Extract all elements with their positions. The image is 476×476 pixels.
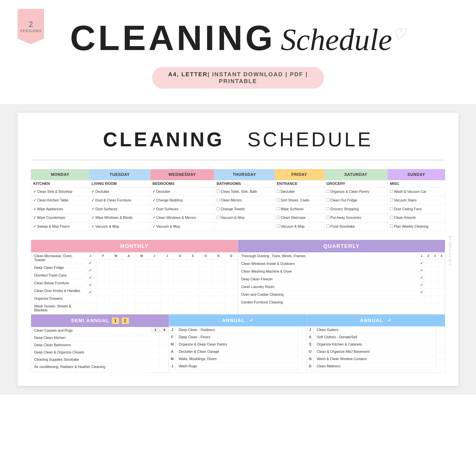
quarterly-row-2: ✓ [419, 267, 445, 274]
subtitle-badge-text: A4, LETTER| INSTANT DOWNLOAD | PDF | PRI… [165, 71, 311, 85]
thursday-task-2: Clean Mirrors [214, 196, 274, 205]
wednesday-task-5: ✓Vacuum & Mop [150, 222, 214, 231]
doc-card: CLEANING SCHEDULE MONDAY TUESDAY WEDNESD… [18, 113, 458, 386]
a1-month-A: A [169, 348, 175, 356]
semi-annual-row: SEMI ANNUAL 1 2 Clean Carpets and Rugs D… [31, 314, 445, 373]
sa-num-1: 1 [112, 318, 119, 324]
a1-task-6: Wash Rugs [176, 363, 298, 370]
monthly-quarterly-row: MONTHLY Clean Microwave, Oven, Toaster D… [31, 240, 445, 314]
monthly-grid-row-3: ✓ [84, 274, 238, 281]
sa-task-4: Deep Clean & Organize Closets [31, 349, 151, 356]
sa-check-row-3 [151, 346, 169, 353]
room-livingroom: LIVING ROOM [89, 180, 150, 187]
quarterly-tasks-col: Thorough Dusting - Fans, Blinds, Frames … [238, 252, 419, 310]
monthly-task-6: Organize Drawers [31, 295, 84, 303]
monthly-tasks-col: Clean Microwave, Oven, Toaster Deep Clea… [31, 252, 84, 314]
annual1-checkboxes [298, 326, 307, 370]
a1-month-F: F [169, 334, 175, 341]
quarterly-grid: 1 2 3 4 ✓ ✓ [419, 252, 445, 310]
q-col-2: 2 [425, 252, 432, 259]
monthly-task-4: Clean Below Furniture [31, 279, 84, 287]
sa-checkboxes: 1 2 [151, 327, 169, 373]
versions-banner: 2 VERSIONS [18, 9, 44, 44]
sa-task-1: Clean Carpets and Rugs [31, 327, 151, 334]
doc-title-cleaning: CLEANING [103, 128, 224, 151]
month-A: A [122, 252, 135, 259]
month-M2: M [135, 252, 148, 259]
main-title-schedule: Schedule♡ [281, 22, 406, 57]
room-misc: MISC [388, 180, 445, 187]
quarterly-row-5: ✓ [419, 289, 445, 296]
month-M: M [110, 252, 122, 259]
tuesday-task-4: ✓Wipe Windows & Blinds [89, 214, 150, 222]
subtitle-badge: A4, LETTER| INSTANT DOWNLOAD | PDF | PRI… [152, 67, 324, 89]
thursday-task-4: Vacuum & Mop [214, 214, 274, 222]
sa-task-6: Air conditioning, Radiator & Heather Cle… [31, 363, 151, 371]
monday-task-5: ✓Sweep & Mop Floors [31, 222, 89, 231]
annual2-months: J A S O N D [307, 326, 314, 370]
saturday-task-4: Put Away Groceries [324, 214, 388, 222]
versions-number: 2 [29, 20, 33, 29]
annual1-header: ANNUAL ✓ [169, 314, 307, 326]
monday-task-4: ✓Wipe Countertops [31, 214, 89, 222]
sa-check-row-6 [151, 366, 169, 373]
quarterly-row-6 [419, 296, 445, 303]
a1-task-4: Declutter & Clean Garage [176, 348, 298, 356]
monthly-task-3: Disinfect Trash Cans [31, 272, 84, 279]
top-section: 2 VERSIONS CLEANING Schedule♡ A4, LETTER… [0, 0, 476, 104]
header-saturday: SATURDAY [324, 169, 388, 180]
q-col-4: 4 [438, 252, 445, 259]
month-J3: J [161, 252, 174, 259]
saturday-task-5: Food Stocktake [324, 222, 388, 231]
room-bathrooms: BATHROOMS [214, 180, 274, 187]
monthly-content: Clean Microwave, Oven, Toaster Deep Clea… [31, 252, 238, 314]
q-col-3: 3 [432, 252, 438, 259]
a2-task-3: Organize Kitchen & Cabinets [314, 341, 436, 348]
a2-task-2: Soft Clothes - Donate/Sell [314, 334, 436, 341]
header-friday: FRIDAY [274, 169, 324, 180]
header-thursday: THURSDAY [214, 169, 274, 180]
sa-task-3: Deep Clean Bathrooms [31, 341, 151, 349]
a1-month-J2: J [169, 363, 175, 370]
annual2-checkboxes [436, 326, 445, 370]
friday-task-4: Clean Staircase [274, 214, 324, 222]
quarterly-row-1: ✓ [419, 260, 445, 267]
header-wednesday: WEDNESDAY [150, 169, 214, 180]
sa-check-row-4 [151, 353, 169, 359]
quarterly-task-4: Deep Clean Freezer [238, 275, 419, 283]
page-wrapper: 2 VERSIONS CLEANING Schedule♡ A4, LETTER… [0, 0, 476, 476]
wednesday-task-3: ✓Dust Surfaces [150, 205, 214, 213]
annual2-section: ANNUAL ✓ J A S O N D Clean Gu [307, 314, 445, 373]
room-kitchen: KITCHEN [31, 180, 89, 187]
monthly-header: MONTHLY [31, 240, 238, 252]
sunday-task-4: Clean Artwork [388, 214, 445, 222]
tuesday-task-2: ✓Dust & Clean Furniture [89, 196, 150, 205]
month-F: F [97, 252, 110, 259]
a2-month-N: N [307, 356, 313, 363]
a1-month-M: M [169, 341, 175, 348]
main-title-cleaning: CLEANING [70, 18, 275, 57]
annual2-header: ANNUAL ✓ [307, 314, 445, 326]
sa-tasks-col: Clean Carpets and Rugs Deep Clean Kitche… [31, 327, 151, 373]
a2-task-1: Clean Gutters [314, 326, 436, 334]
a2-task-4: Clean & Organize Allic/ Basement [314, 348, 436, 356]
a1-task-3: Organize & Deep Clean Pantry [176, 341, 298, 348]
a1-task-5: Walls, Mouldings, Doors [176, 356, 298, 363]
room-grocery: GROCERY [324, 180, 388, 187]
monday-task-2: ✓Clean Kitchen Table [31, 196, 89, 205]
quarterly-task-3: Clean Washing Machine & Dryer [238, 268, 419, 275]
thursday-task-3: Change Towels [214, 205, 274, 213]
friday-task-2: Sort Shoes, Coats [274, 196, 324, 205]
sunday-task-5: Plan Weekly Cleaning [388, 222, 445, 231]
thursday-task-5 [214, 222, 274, 231]
quarterly-task-1: Thorough Dusting - Fans, Blinds, Frames [238, 252, 419, 260]
sunday-task-3: Dust Ceiling Fans [388, 205, 445, 213]
a2-month-O: O [307, 348, 313, 356]
monthly-grid-row-7 [84, 303, 238, 310]
tuesday-task-1: ✓Declutter [89, 187, 150, 196]
monthly-task-2: Deep Clean Fridge [31, 264, 84, 272]
monthly-grid-row-4: ✓ [84, 281, 238, 289]
month-D: D [225, 252, 238, 259]
saturday-task-1: Organize & Clean Pantry [324, 187, 388, 196]
tuesday-task-5: ✓Vacuum & Mop [89, 222, 150, 231]
